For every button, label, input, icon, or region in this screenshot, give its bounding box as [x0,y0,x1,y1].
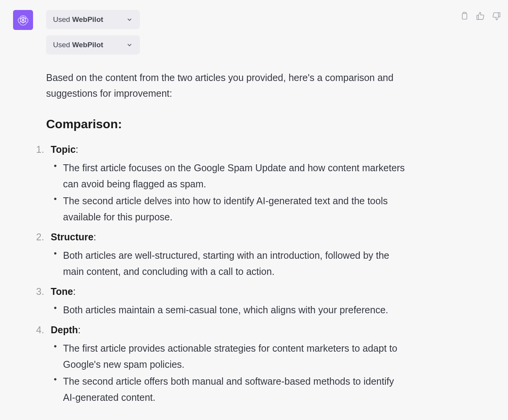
plugin-chip[interactable]: Used WebPilot [46,10,140,29]
list-item: Depth: The first article provides action… [36,322,407,405]
chevron-down-icon [126,16,133,23]
message-row: Used WebPilot Used WebPilot Based on the… [0,0,508,409]
message-content: Used WebPilot Used WebPilot Based on the… [46,8,407,409]
clipboard-icon [460,12,469,21]
sub-list-item: The first article focuses on the Google … [51,160,407,192]
list-item-title: Structure [51,231,93,242]
sub-list: Both articles maintain a semi-casual ton… [51,302,407,318]
thumbs-down-button[interactable] [491,11,502,21]
list-item-title: Topic [51,144,76,155]
chevron-down-icon [126,41,133,48]
plugin-chip-label: Used WebPilot [53,15,103,24]
copy-button[interactable] [459,11,470,21]
plugin-chip-label: Used WebPilot [53,41,103,49]
list-item-title: Tone [51,286,73,297]
sub-list-item: The second article offers both manual an… [51,373,407,405]
sub-list-item: The first article provides actionable st… [51,340,407,372]
thumbs-down-icon [492,12,501,21]
openai-logo-icon [17,13,30,26]
assistant-avatar [13,10,33,30]
svg-rect-0 [462,13,467,19]
sub-list-item: Both articles maintain a semi-casual ton… [51,302,407,318]
message-actions [459,11,502,21]
thumbs-up-icon [476,12,485,21]
plugin-chip[interactable]: Used WebPilot [46,35,140,55]
intro-text: Based on the content from the two articl… [46,70,407,102]
sub-list-item: The second article delves into how to id… [51,193,407,225]
list-item: Topic: The first article focuses on the … [36,141,407,225]
sub-list: The first article focuses on the Google … [51,160,407,225]
sub-list: The first article provides actionable st… [51,340,407,405]
sub-list-item: Both articles are well-structured, start… [51,247,407,279]
section-heading: Comparison: [46,117,407,131]
thumbs-up-button[interactable] [475,11,486,21]
list-item-title: Depth [51,324,78,335]
list-item: Tone: Both articles maintain a semi-casu… [36,283,407,318]
list-item: Structure: Both articles are well-struct… [36,229,407,279]
sub-list: Both articles are well-structured, start… [51,247,407,279]
comparison-list: Topic: The first article focuses on the … [36,141,407,405]
